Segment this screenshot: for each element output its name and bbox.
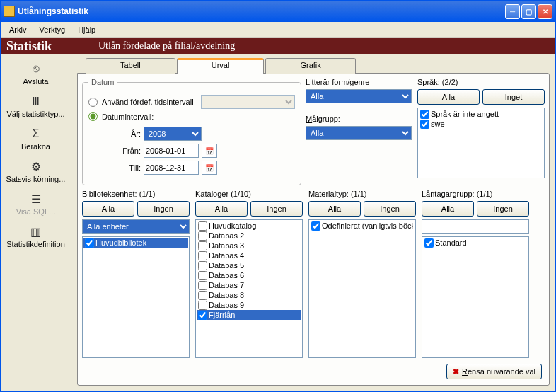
list-item-label: Fjärrlån bbox=[209, 310, 235, 320]
sidebar-label: Satsvis körning... bbox=[6, 175, 66, 183]
calendar-icon[interactable]: 📅 bbox=[202, 144, 217, 158]
menu-verktyg[interactable]: Verktyg bbox=[33, 24, 71, 35]
sprak-item-check[interactable] bbox=[420, 110, 429, 119]
sprak-label: Språk: (2/2) bbox=[417, 78, 545, 86]
exit-icon: ⎋ bbox=[28, 62, 45, 76]
sigma-icon: Σ bbox=[28, 127, 45, 141]
menu-hjalp[interactable]: Hjälp bbox=[72, 24, 101, 35]
titlebar: Utlåningsstatistik ─ ▢ ✕ bbox=[1, 1, 555, 22]
chart-icon: ▥ bbox=[28, 224, 45, 238]
katalog-item-check[interactable] bbox=[198, 271, 207, 280]
biblio-ingen-button[interactable]: Ingen bbox=[137, 201, 190, 217]
list-item-label: Databas 9 bbox=[209, 300, 244, 310]
sidebar-valj-statistiktyp[interactable]: Ⅲ Välj statistiktyp... bbox=[1, 90, 71, 122]
list-item-label: Standard bbox=[435, 238, 467, 248]
tab-grafik[interactable]: Grafik bbox=[265, 58, 355, 74]
biblio-combo[interactable]: Alla enheter bbox=[82, 219, 190, 234]
lantagar-ingen-button[interactable]: Ingen bbox=[477, 201, 529, 217]
katalog-listbox[interactable]: Huvudkatalog Databas 2 Databas 3 Databas… bbox=[195, 219, 303, 358]
littform-label: LLitterär form/genreitterär form/genre bbox=[306, 78, 412, 86]
material-label: Materialtyp: (1/1) bbox=[308, 190, 416, 198]
list-item-label: Odefinierat (vanligtvis böck bbox=[322, 221, 413, 231]
bars-icon: Ⅲ bbox=[28, 94, 45, 108]
radio-predef-interval[interactable] bbox=[88, 98, 98, 107]
sidebar-label: Avsluta bbox=[23, 77, 49, 86]
biblioteksenhet-section: Biblioteksenhet: (1/1) Alla Ingen Alla e… bbox=[82, 190, 190, 358]
lantagar-listbox[interactable]: Standard bbox=[422, 236, 529, 358]
app-icon bbox=[4, 6, 15, 17]
sidebar-statistikdefinition[interactable]: ▥ Statistikdefinition bbox=[1, 220, 71, 253]
batch-icon: ⚙ bbox=[28, 159, 45, 173]
sidebar-label: Välj statistiktyp... bbox=[7, 110, 65, 118]
lantagar-filter-input[interactable] bbox=[422, 219, 529, 234]
tabs: Tabell Urval Grafik bbox=[77, 57, 550, 73]
list-item-label: Huvudkatalog bbox=[209, 221, 256, 231]
material-ingen-button[interactable]: Ingen bbox=[364, 201, 416, 217]
lantagar-alla-button[interactable]: Alla bbox=[422, 201, 474, 217]
sprak-inget-button[interactable]: Inget bbox=[482, 89, 545, 105]
list-item-label: Språk är inte angett bbox=[431, 109, 499, 119]
sidebar-berakna[interactable]: Σ Beräkna bbox=[1, 122, 71, 155]
tab-tabell[interactable]: Tabell bbox=[86, 58, 175, 74]
katalog-item-check[interactable] bbox=[198, 241, 207, 250]
katalog-item-check[interactable] bbox=[198, 221, 207, 231]
biblio-listbox[interactable]: Huvudbibliotek bbox=[82, 236, 190, 358]
sidebar-label: Statistikdefinition bbox=[6, 240, 65, 248]
sidebar-label: Beräkna bbox=[21, 142, 50, 151]
lantagar-label: Låntagargrupp: (1/1) bbox=[422, 190, 529, 198]
katalog-item-check[interactable] bbox=[198, 291, 207, 300]
list-item-label: Databas 6 bbox=[209, 270, 244, 280]
katalog-item-check[interactable] bbox=[198, 261, 207, 270]
rensa-button[interactable]: ✖Rensa nuvarande val bbox=[446, 364, 542, 379]
lantagar-item-check[interactable] bbox=[424, 238, 434, 248]
katalog-ingen-button[interactable]: Ingen bbox=[250, 201, 303, 217]
page-subtitle: Utlån fördelade på filial/avdelning bbox=[98, 40, 235, 52]
sidebar: ⎋ Avsluta Ⅲ Välj statistiktyp... Σ Beräk… bbox=[1, 54, 71, 391]
till-input[interactable] bbox=[144, 161, 199, 175]
till-label: Till: bbox=[108, 163, 141, 172]
sprak-item-check[interactable] bbox=[420, 120, 429, 129]
katalog-item-check[interactable] bbox=[198, 301, 207, 310]
maximize-button[interactable]: ▢ bbox=[521, 4, 536, 19]
lantagargrupp-section: Låntagargrupp: (1/1) Alla Ingen Standard bbox=[422, 190, 529, 358]
katalog-item-check[interactable] bbox=[198, 231, 207, 241]
close-button[interactable]: ✕ bbox=[538, 4, 552, 19]
malgrupp-combo[interactable]: Alla bbox=[306, 126, 412, 140]
katalog-item-check[interactable] bbox=[198, 311, 207, 320]
list-item-label: Huvudbibliotek bbox=[95, 238, 146, 248]
biblio-alla-button[interactable]: Alla bbox=[82, 201, 134, 217]
fran-input[interactable] bbox=[144, 144, 199, 158]
fran-label: Från: bbox=[108, 146, 141, 155]
malgrupp-label: Målgrupp: bbox=[306, 115, 412, 123]
material-listbox[interactable]: Odefinierat (vanligtvis böck bbox=[308, 219, 416, 358]
sidebar-avsluta[interactable]: ⎋ Avsluta bbox=[1, 57, 71, 90]
littform-combo[interactable]: Alla bbox=[306, 89, 412, 103]
sidebar-visa-sql: ☰ Visa SQL... bbox=[1, 188, 71, 220]
material-item-check[interactable] bbox=[311, 221, 320, 231]
material-alla-button[interactable]: Alla bbox=[308, 201, 361, 217]
katalog-item-check[interactable] bbox=[198, 281, 207, 290]
materialtyp-section: Materialtyp: (1/1) Alla Ingen Odefiniera… bbox=[308, 190, 416, 358]
sprak-alla-button[interactable]: Alla bbox=[417, 89, 480, 105]
calendar-icon[interactable]: 📅 bbox=[202, 161, 217, 175]
katalog-item-check[interactable] bbox=[198, 251, 207, 260]
sprak-listbox[interactable]: Språk är inte angett swe bbox=[417, 108, 545, 178]
list-item-label: Databas 3 bbox=[209, 241, 244, 250]
tab-urval[interactable]: Urval bbox=[177, 58, 265, 74]
menubar: Arkiv Verktyg Hjälp bbox=[1, 22, 555, 38]
radio-datum-interval[interactable] bbox=[88, 112, 98, 121]
sidebar-satsvis[interactable]: ⚙ Satsvis körning... bbox=[1, 155, 71, 188]
katalog-alla-button[interactable]: Alla bbox=[195, 201, 248, 217]
list-item-label: Databas 4 bbox=[209, 250, 244, 260]
ar-combo[interactable]: 2008 bbox=[144, 127, 202, 141]
clear-icon: ✖ bbox=[453, 367, 459, 376]
menu-arkiv[interactable]: Arkiv bbox=[4, 24, 32, 35]
interval-label: Datumintervall: bbox=[102, 113, 154, 121]
predef-label: Använd fördef. tidsintervall bbox=[102, 98, 194, 106]
window-title: Utlåningsstatistik bbox=[18, 6, 505, 16]
minimize-button[interactable]: ─ bbox=[505, 4, 520, 19]
biblio-item-check[interactable] bbox=[85, 238, 94, 248]
list-item-label: Databas 8 bbox=[209, 290, 244, 300]
datum-legend: Datum bbox=[88, 78, 117, 86]
predef-combo bbox=[201, 95, 295, 109]
